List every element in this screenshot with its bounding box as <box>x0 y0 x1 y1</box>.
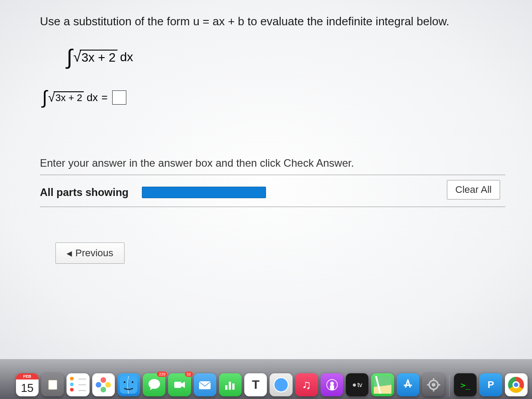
svg-rect-9 <box>229 382 231 390</box>
dock-tv-icon[interactable]: ●tv <box>346 373 368 396</box>
radicand: 3x + 2 <box>80 50 117 65</box>
dock-facetime-icon[interactable]: 32 <box>168 373 191 396</box>
clear-all-button[interactable]: Clear All <box>447 180 500 200</box>
dock-divider <box>449 375 450 396</box>
sqrt-expression: √ 3x + 2 <box>48 90 84 105</box>
messages-badge: 229 <box>157 372 167 377</box>
dock-finder-icon[interactable] <box>117 373 140 396</box>
dock-terminal-icon[interactable]: >_ <box>454 373 477 396</box>
integral-sign-icon: ∫ <box>42 87 47 108</box>
dock-textedit-icon[interactable]: T <box>244 373 267 396</box>
dock-contacts-icon[interactable] <box>41 373 64 396</box>
dock-calendar-icon[interactable]: FEB 15 <box>16 373 39 396</box>
calendar-day: 15 <box>16 379 39 396</box>
parts-label: All parts showing <box>40 186 129 199</box>
equals-sign: = <box>102 91 108 104</box>
svg-rect-8 <box>225 385 227 390</box>
integral-expression: ∫ √ 3x + 2 dx <box>66 45 505 69</box>
dock-reminders-icon[interactable] <box>66 373 89 396</box>
dock-numbers-icon[interactable] <box>219 373 242 396</box>
differential: dx <box>86 91 98 104</box>
dock-podcasts-icon[interactable] <box>321 373 343 396</box>
svg-point-12 <box>274 378 288 391</box>
answer-input[interactable] <box>112 90 126 105</box>
svg-rect-1 <box>49 380 57 389</box>
macos-dock: FEB 15 229 32 T <box>0 359 532 399</box>
question-prompt: Use a substitution of the form u = ax + … <box>40 13 505 29</box>
svg-point-5 <box>149 379 160 389</box>
svg-point-4 <box>132 381 133 383</box>
svg-rect-10 <box>232 383 235 390</box>
facetime-badge: 32 <box>185 372 193 377</box>
parts-status-row: All parts showing Clear All <box>40 182 505 207</box>
chevron-left-icon: ◀ <box>66 249 72 258</box>
dock-mail-icon[interactable] <box>194 373 216 396</box>
svg-point-13 <box>330 382 334 385</box>
svg-point-3 <box>124 381 125 383</box>
svg-point-17 <box>432 383 435 387</box>
dock-chrome-icon[interactable] <box>505 373 528 396</box>
integral-sign-icon: ∫ <box>66 45 72 69</box>
dock-preview-icon[interactable]: P <box>479 373 502 396</box>
previous-button[interactable]: ◀ Previous <box>55 243 125 264</box>
dock-photos-icon[interactable] <box>92 373 115 396</box>
instruction-text: Enter your answer in the answer box and … <box>40 157 505 175</box>
differential: dx <box>120 50 133 64</box>
radicand: 3x + 2 <box>54 91 84 104</box>
answer-expression: ∫ √ 3x + 2 dx = <box>42 87 505 108</box>
dock-safari-icon[interactable] <box>270 373 292 396</box>
previous-label: Previous <box>75 247 113 259</box>
dock-messages-icon[interactable]: 229 <box>143 373 165 396</box>
sqrt-expression: √ 3x + 2 <box>73 49 117 65</box>
progress-bar <box>142 187 266 198</box>
dock-maps-icon[interactable] <box>371 373 394 396</box>
dock-appstore-icon[interactable] <box>397 373 419 396</box>
calendar-month: FEB <box>16 373 39 379</box>
dock-settings-icon[interactable] <box>422 373 445 396</box>
svg-rect-6 <box>174 382 181 388</box>
svg-rect-7 <box>199 381 211 389</box>
question-panel: Use a substitution of the form u = ax + … <box>0 0 532 359</box>
dock-music-icon[interactable]: ♫ <box>295 373 318 396</box>
